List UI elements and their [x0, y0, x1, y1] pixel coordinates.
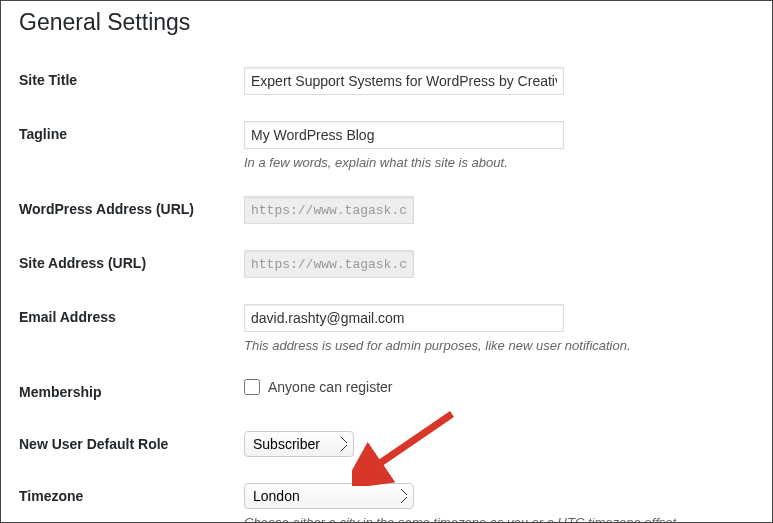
email-description: This address is used for admin purposes,…	[244, 338, 744, 353]
tagline-input[interactable]	[244, 121, 564, 149]
default-role-select[interactable]: Subscriber	[244, 431, 354, 457]
email-label: Email Address	[19, 291, 234, 366]
membership-checkbox-text: Anyone can register	[268, 379, 393, 395]
membership-checkbox[interactable]	[244, 379, 260, 395]
tagline-label: Tagline	[19, 108, 234, 183]
site-title-input[interactable]	[244, 67, 564, 95]
page-title: General Settings	[19, 9, 754, 36]
site-address-label: Site Address (URL)	[19, 237, 234, 291]
membership-checkbox-label[interactable]: Anyone can register	[244, 379, 744, 395]
email-input[interactable]	[244, 304, 564, 332]
timezone-label: Timezone	[19, 470, 234, 523]
site-title-label: Site Title	[19, 54, 234, 108]
timezone-description: Choose either a city in the same timezon…	[244, 515, 744, 523]
default-role-label: New User Default Role	[19, 418, 234, 470]
site-address-input	[244, 250, 414, 278]
tagline-description: In a few words, explain what this site i…	[244, 155, 744, 170]
settings-form: Site Title Tagline In a few words, expla…	[19, 54, 754, 523]
wp-address-label: WordPress Address (URL)	[19, 183, 234, 237]
wp-address-input	[244, 196, 414, 224]
timezone-select[interactable]: London	[244, 483, 414, 509]
membership-label: Membership	[19, 366, 234, 418]
